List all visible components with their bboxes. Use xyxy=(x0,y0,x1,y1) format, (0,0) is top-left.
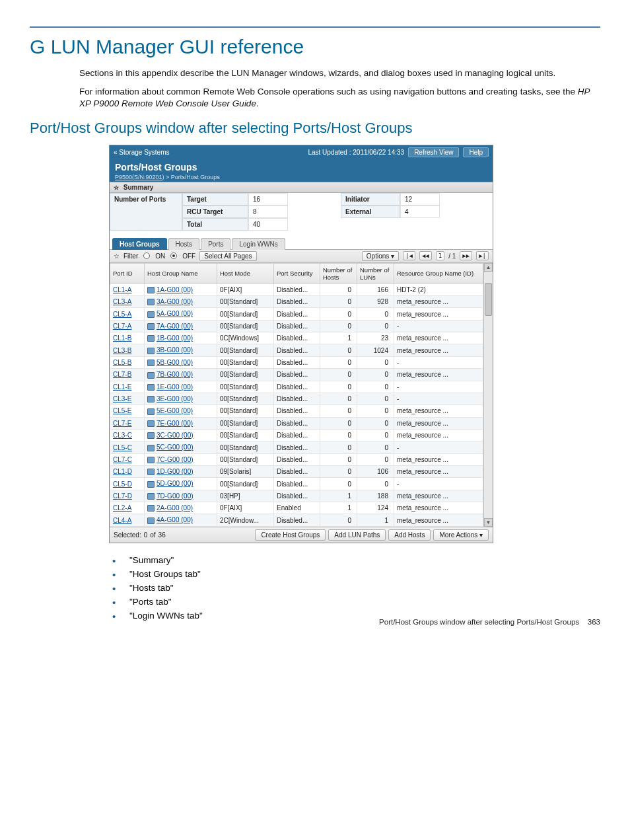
table-row[interactable]: CL7-C7C-G00 (00)00[Standard]Disabled...0… xyxy=(110,453,483,465)
table-row[interactable]: CL1-A1A-G00 (00)0F[AIX]Disabled...0166HD… xyxy=(110,284,483,295)
host-group-link[interactable]: 5B-G00 (00) xyxy=(157,359,193,366)
table-scrollbar[interactable]: ▲ ▼ xyxy=(483,263,493,527)
port-id-link[interactable]: CL3-C xyxy=(113,432,132,439)
table-row[interactable]: CL2-A2A-G00 (00)0F[AIX]Enabled1124meta_r… xyxy=(110,502,483,514)
col-num-hosts[interactable]: Number of Hosts xyxy=(320,263,357,284)
host-group-link[interactable]: 5C-G00 (00) xyxy=(157,443,193,451)
cell-num-luns: 0 xyxy=(357,405,394,417)
port-id-link[interactable]: CL7-C xyxy=(113,456,132,463)
port-id-link[interactable]: CL1-A xyxy=(113,286,131,293)
tab-host-groups[interactable]: Host Groups xyxy=(112,238,167,250)
host-group-link[interactable]: 7C-G00 (00) xyxy=(157,456,193,463)
list-item[interactable]: "Ports tab" xyxy=(112,597,600,607)
list-item[interactable]: "Summary" xyxy=(112,555,600,565)
filter-bar: ☆ Filter ON OFF Select All Pages Options… xyxy=(110,250,493,263)
summary-header[interactable]: ☆ Summary xyxy=(110,182,493,193)
add-hosts-button[interactable]: Add Hosts xyxy=(388,529,431,541)
host-group-link[interactable]: 5E-G00 (00) xyxy=(157,407,193,414)
list-item[interactable]: "Hosts tab" xyxy=(112,583,600,593)
host-group-link[interactable]: 3B-G00 (00) xyxy=(157,346,193,354)
scroll-down-icon[interactable]: ▼ xyxy=(484,518,493,527)
port-id-link[interactable]: CL1-E xyxy=(113,383,131,391)
port-id-link[interactable]: CL7-A xyxy=(113,323,131,330)
refresh-view-button[interactable]: Refresh View xyxy=(408,147,459,157)
table-row[interactable]: CL3-C3C-G00 (00)00[Standard]Disabled...0… xyxy=(110,429,483,441)
host-group-link[interactable]: 3A-G00 (00) xyxy=(157,298,193,305)
host-group-link[interactable]: 4A-G00 (00) xyxy=(157,516,193,523)
tab-ports[interactable]: Ports xyxy=(201,238,230,250)
page-last-button[interactable]: ▶| xyxy=(476,251,489,260)
table-row[interactable]: CL7-D7D-G00 (00)03[HP]Disabled...1188met… xyxy=(110,490,483,502)
more-actions-button[interactable]: More Actions ▾ xyxy=(433,529,489,541)
port-id-link[interactable]: CL2-A xyxy=(113,504,131,512)
host-group-link[interactable]: 5D-G00 (00) xyxy=(157,480,193,487)
table-row[interactable]: CL5-B5B-G00 (00)00[Standard]Disabled...0… xyxy=(110,356,483,368)
col-host-mode[interactable]: Host Mode xyxy=(217,263,274,284)
port-id-link[interactable]: CL3-E xyxy=(113,395,131,402)
tab-hosts[interactable]: Hosts xyxy=(168,238,200,250)
port-id-link[interactable]: CL5-C xyxy=(113,444,132,451)
table-row[interactable]: CL5-D5D-G00 (00)00[Standard]Disabled...0… xyxy=(110,478,483,490)
host-group-link[interactable]: 3E-G00 (00) xyxy=(157,395,193,402)
options-button[interactable]: Options ▾ xyxy=(362,251,399,261)
table-row[interactable]: CL5-C5C-G00 (00)00[Standard]Disabled...0… xyxy=(110,441,483,453)
port-id-link[interactable]: CL3-A xyxy=(113,298,131,305)
tab-login-wwns[interactable]: Login WWNs xyxy=(232,238,285,250)
help-button[interactable]: Help xyxy=(463,147,489,157)
table-row[interactable]: CL5-E5E-G00 (00)00[Standard]Disabled...0… xyxy=(110,405,483,417)
table-row[interactable]: CL7-E7E-G00 (00)00[Standard]Disabled...0… xyxy=(110,417,483,429)
storage-systems-link[interactable]: « Storage Systems xyxy=(114,149,308,156)
port-id-link[interactable]: CL5-A xyxy=(113,311,131,318)
host-group-link[interactable]: 2A-G00 (00) xyxy=(157,504,193,512)
table-row[interactable]: CL4-A4A-G00 (00)2C[Window...Disabled...0… xyxy=(110,514,483,526)
host-group-link[interactable]: 7D-G00 (00) xyxy=(157,492,193,500)
table-row[interactable]: CL7-A7A-G00 (00)00[Standard]Disabled...0… xyxy=(110,320,483,332)
list-item[interactable]: "Host Groups tab" xyxy=(112,569,600,579)
host-group-link[interactable]: 1E-G00 (00) xyxy=(157,383,193,391)
table-row[interactable]: CL1-B1B-G00 (00)0C[Windows]Disabled...12… xyxy=(110,332,483,344)
host-group-link[interactable]: 7B-G00 (00) xyxy=(157,371,193,378)
table-row[interactable]: CL3-A3A-G00 (00)00[Standard]Disabled...0… xyxy=(110,296,483,308)
table-row[interactable]: CL5-A5A-G00 (00)00[Standard]Disabled...0… xyxy=(110,308,483,320)
page-current[interactable]: 1 xyxy=(436,251,444,260)
host-group-link[interactable]: 1D-G00 (00) xyxy=(157,468,193,475)
port-id-link[interactable]: CL7-E xyxy=(113,420,131,427)
port-id-link[interactable]: CL5-B xyxy=(113,359,131,366)
port-id-link[interactable]: CL1-B xyxy=(113,334,131,342)
col-num-luns[interactable]: Number of LUNs xyxy=(357,263,394,284)
col-port-security[interactable]: Port Security xyxy=(274,263,320,284)
col-port-id[interactable]: Port ID xyxy=(110,263,145,284)
cell-num-luns: 0 xyxy=(357,417,394,429)
select-all-pages-button[interactable]: Select All Pages xyxy=(199,251,256,261)
scroll-up-icon[interactable]: ▲ xyxy=(484,263,493,272)
table-row[interactable]: CL1-D1D-G00 (00)09[Solaris]Disabled...01… xyxy=(110,466,483,478)
host-group-link[interactable]: 7A-G00 (00) xyxy=(157,323,193,330)
scroll-thumb[interactable] xyxy=(485,283,492,316)
table-row[interactable]: CL3-B3B-G00 (00)00[Standard]Disabled...0… xyxy=(110,344,483,356)
page-prev-button[interactable]: ◀◀ xyxy=(419,251,432,260)
breadcrumb-link[interactable]: P9500(S/N:90201) xyxy=(115,174,164,180)
col-resource-group[interactable]: Resource Group Name (ID) xyxy=(394,263,483,284)
filter-on-radio[interactable] xyxy=(143,252,150,259)
host-group-link[interactable]: 5A-G00 (00) xyxy=(157,310,193,317)
port-id-link[interactable]: CL7-B xyxy=(113,371,131,378)
page-next-button[interactable]: ▶▶ xyxy=(460,251,472,260)
port-id-link[interactable]: CL5-E xyxy=(113,407,131,414)
table-row[interactable]: CL3-E3E-G00 (00)00[Standard]Disabled...0… xyxy=(110,393,483,404)
add-lun-paths-button[interactable]: Add LUN Paths xyxy=(328,529,386,541)
port-id-link[interactable]: CL3-B xyxy=(113,347,131,354)
host-group-link[interactable]: 1B-G00 (00) xyxy=(157,334,193,342)
filter-off-radio[interactable] xyxy=(170,252,177,259)
host-group-link[interactable]: 1A-G00 (00) xyxy=(157,286,193,293)
port-id-link[interactable]: CL7-D xyxy=(113,492,132,500)
port-id-link[interactable]: CL1-D xyxy=(113,468,132,475)
col-host-group-name[interactable]: Host Group Name xyxy=(145,263,217,284)
table-row[interactable]: CL1-E1E-G00 (00)00[Standard]Disabled...0… xyxy=(110,381,483,393)
page-first-button[interactable]: |◀ xyxy=(403,251,415,260)
host-group-link[interactable]: 7E-G00 (00) xyxy=(157,420,193,427)
table-row[interactable]: CL7-B7B-G00 (00)00[Standard]Disabled...0… xyxy=(110,369,483,381)
port-id-link[interactable]: CL4-A xyxy=(113,517,131,524)
create-host-groups-button[interactable]: Create Host Groups xyxy=(255,529,326,541)
host-group-link[interactable]: 3C-G00 (00) xyxy=(157,432,193,439)
port-id-link[interactable]: CL5-D xyxy=(113,480,132,488)
